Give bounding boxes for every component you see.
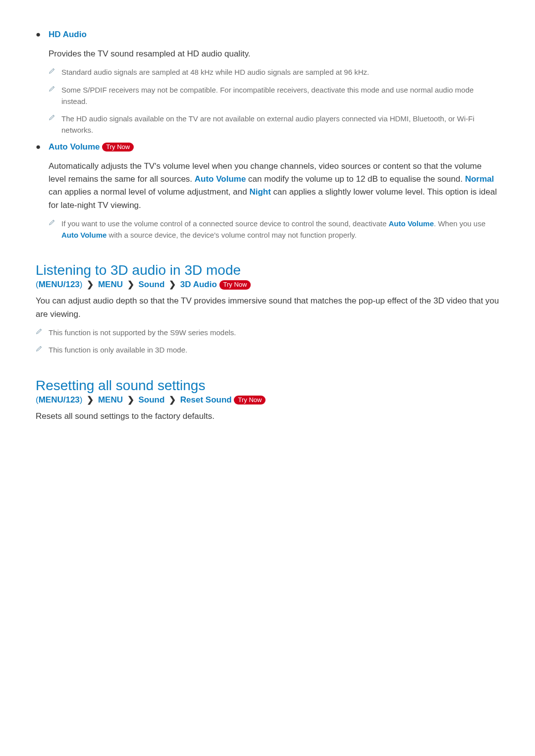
- note-text: Some S/PDIF receivers may not be compati…: [61, 84, 499, 107]
- hd-audio-title: HD Audio: [49, 30, 499, 40]
- breadcrumb-menu[interactable]: MENU: [98, 280, 123, 289]
- bullet-auto-volume: ● Auto Volume Try Now: [36, 142, 499, 157]
- breadcrumb-3d-audio: (MENU/123) ❯ MENU ❯ Sound ❯ 3D Audio Try…: [36, 279, 499, 290]
- bullet-content: HD Audio: [49, 30, 499, 45]
- keyword-auto-volume: Auto Volume: [195, 174, 246, 184]
- chevron-right-icon: ❯: [125, 280, 136, 289]
- keyword-night: Night: [249, 187, 270, 197]
- pencil-icon: [49, 84, 61, 92]
- auto-volume-title-row: Auto Volume Try Now: [49, 142, 499, 152]
- chevron-right-icon: ❯: [167, 280, 178, 289]
- pencil-icon: [49, 66, 61, 74]
- auto-volume-title: Auto Volume: [49, 142, 100, 151]
- chevron-right-icon: ❯: [167, 395, 178, 404]
- pencil-icon: [49, 218, 61, 226]
- bullet-hd-audio: ● HD Audio: [36, 30, 499, 45]
- breadcrumb-reset-sound[interactable]: Reset Sound: [180, 395, 232, 404]
- auto-volume-desc: Automatically adjusts the TV's volume le…: [49, 160, 499, 212]
- text-part: can modify the volume up to 12 dB to equ…: [246, 174, 465, 184]
- note-row: This function is only available in 3D mo…: [36, 344, 499, 355]
- text-part: . When you use: [434, 219, 485, 228]
- pencil-icon: [36, 344, 49, 352]
- chevron-right-icon: ❯: [125, 395, 136, 404]
- try-now-badge[interactable]: Try Now: [219, 280, 251, 290]
- note-row: If you want to use the volume control of…: [49, 218, 499, 241]
- chevron-right-icon: ❯: [85, 395, 96, 404]
- bullet-content: Auto Volume Try Now: [49, 142, 499, 157]
- pencil-icon: [36, 327, 49, 335]
- note-row: The HD audio signals available on the TV…: [49, 113, 499, 136]
- paren-close: ): [80, 280, 83, 289]
- section-3d-desc: You can adjust audio depth so that the T…: [36, 295, 499, 321]
- section-reset-desc: Resets all sound settings to the factory…: [36, 410, 499, 423]
- breadcrumb-menu[interactable]: MENU: [98, 395, 123, 404]
- breadcrumb-sound[interactable]: Sound: [138, 395, 164, 404]
- bullet-dot-icon: ●: [36, 142, 49, 152]
- try-now-badge[interactable]: Try Now: [102, 143, 134, 152]
- try-now-badge[interactable]: Try Now: [234, 396, 266, 405]
- breadcrumb-sound[interactable]: Sound: [138, 280, 164, 289]
- text-part: with a source device, the device's volum…: [107, 231, 357, 239]
- note-text: If you want to use the volume control of…: [61, 218, 499, 241]
- section-title-3d-audio: Listening to 3D audio in 3D mode: [36, 262, 499, 278]
- note-row: Standard audio signals are sampled at 48…: [49, 66, 499, 78]
- text-part: can applies a normal level of volume adj…: [49, 187, 249, 197]
- hd-audio-block: Provides the TV sound resampled at HD au…: [36, 48, 499, 136]
- section-title-reset-sound: Resetting all sound settings: [36, 378, 499, 394]
- note-row: This function is not supported by the S9…: [36, 327, 499, 338]
- breadcrumb-menu123[interactable]: MENU/123: [39, 280, 80, 289]
- note-text: This function is only available in 3D mo…: [49, 344, 499, 355]
- hd-audio-desc: Provides the TV sound resampled at HD au…: [49, 48, 499, 60]
- auto-volume-block: Automatically adjusts the TV's volume le…: [36, 160, 499, 241]
- chevron-right-icon: ❯: [85, 280, 96, 289]
- breadcrumb-reset-sound: (MENU/123) ❯ MENU ❯ Sound ❯ Reset Sound …: [36, 395, 499, 405]
- note-row: Some S/PDIF receivers may not be compati…: [49, 84, 499, 107]
- text-part: If you want to use the volume control of…: [61, 219, 388, 228]
- keyword-normal: Normal: [465, 174, 494, 184]
- breadcrumb-3d-audio[interactable]: 3D Audio: [180, 280, 217, 289]
- bullet-dot-icon: ●: [36, 30, 49, 40]
- note-text: The HD audio signals available on the TV…: [61, 113, 499, 136]
- pencil-icon: [49, 113, 61, 121]
- keyword-auto-volume: Auto Volume: [61, 231, 107, 239]
- breadcrumb-menu123[interactable]: MENU/123: [39, 395, 80, 404]
- note-text: This function is not supported by the S9…: [49, 327, 499, 338]
- paren-close: ): [80, 395, 83, 404]
- keyword-auto-volume: Auto Volume: [388, 219, 433, 228]
- page-root: ● HD Audio Provides the TV sound resampl…: [0, 0, 535, 488]
- note-text: Standard audio signals are sampled at 48…: [61, 66, 499, 78]
